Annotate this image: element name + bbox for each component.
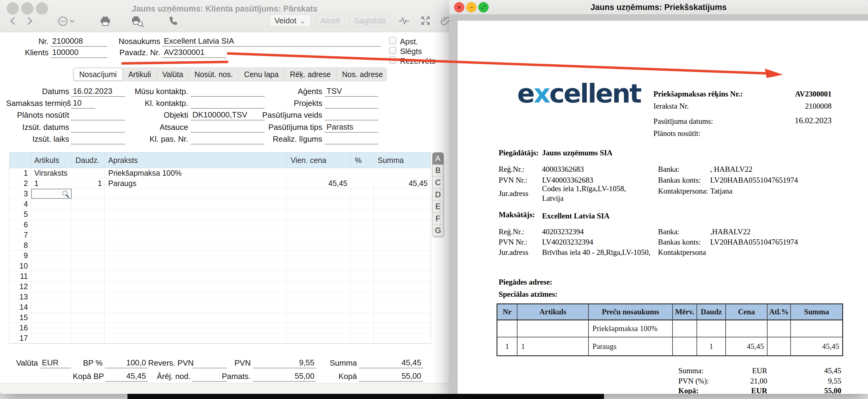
atcelt-button: Atcelt: [316, 14, 345, 27]
kopa-bp-field[interactable]: 45,45: [105, 371, 148, 382]
payer-banka-label: Banka:: [658, 227, 680, 236]
table-row[interactable]: 7: [9, 230, 431, 240]
rekins-nr-label: Priekšapmaksas rēķins Nr.:: [653, 90, 743, 98]
phone-icon[interactable]: [167, 15, 179, 27]
table-row[interactable]: 5: [9, 209, 431, 220]
table-row[interactable]: 15: [9, 312, 431, 323]
tab-cenu-lapa[interactable]: Cenu lapa: [238, 68, 284, 81]
arej-nod-label: Ārēj. nod.: [148, 371, 191, 382]
izsut-laiks-field[interactable]: [71, 134, 125, 145]
payer-konts-value: LV20HABA0551047651974: [710, 238, 798, 246]
pavadz-field[interactable]: AV2300001: [162, 48, 226, 58]
nr-field[interactable]: 2100008: [51, 36, 107, 47]
flip-tab-c[interactable]: C: [432, 176, 443, 188]
datums-field[interactable]: 16.02.2023: [71, 87, 125, 97]
kl-kontaktp-field[interactable]: [191, 98, 265, 109]
nosaukums-field[interactable]: Excellent Latvia SIA: [162, 36, 380, 47]
preview-window: × − Jauns uzņēmums: Priekšskatijums exce…: [449, 0, 868, 394]
document-page: excellent Priekšapmaksas rēķins Nr.: AV2…: [458, 21, 868, 394]
print-preview-icon[interactable]: [131, 16, 145, 27]
flip-tab-b[interactable]: B: [432, 164, 443, 177]
kl-pas-nr-field[interactable]: [191, 134, 265, 145]
supplier-konts-label: Bankas konts:: [658, 176, 701, 184]
table-row[interactable]: 17: [9, 333, 431, 343]
pasutijuma-veids-label: Pasūtījuma veids: [261, 110, 322, 120]
planots-nosutit-field[interactable]: [71, 110, 125, 120]
izsut-datums-field[interactable]: [71, 122, 125, 132]
col-summa[interactable]: Summa: [374, 153, 431, 168]
realiz-ligums-field[interactable]: [325, 134, 378, 145]
tab-artikuli[interactable]: Artikuli: [123, 68, 157, 81]
virsraksts-cell[interactable]: Virsraksts: [31, 168, 105, 178]
bp-pct-field[interactable]: 100,0: [105, 358, 148, 368]
tab-rek-adrese[interactable]: Rēķ. adrese: [284, 68, 336, 81]
col-artikuls[interactable]: Artikuls: [31, 153, 72, 168]
supplier-reg-value: 40003362683: [542, 165, 584, 174]
kopa-field[interactable]: 55,00: [359, 371, 423, 382]
table-row[interactable]: 14: [9, 302, 431, 312]
table-row[interactable]: 13: [9, 292, 431, 302]
tab-nos-adrese[interactable]: Nos. adrese: [336, 68, 389, 81]
valuta-label: Valūta: [9, 358, 38, 368]
table-row[interactable]: 3: [9, 189, 431, 199]
payer-jur-label: Jur.adress: [499, 248, 528, 257]
table-row[interactable]: 1 Virsraksts Priekšapmaksa 100%: [9, 168, 431, 178]
musu-kontaktp-field[interactable]: [191, 87, 265, 97]
table-row[interactable]: 10: [9, 261, 431, 271]
col-apraksts[interactable]: Apraksts: [105, 153, 286, 168]
table-row[interactable]: 6: [9, 220, 431, 230]
rezervets-checkbox[interactable]: [389, 56, 396, 64]
flip-tab-e[interactable]: E: [432, 200, 443, 212]
flip-tab-a[interactable]: A: [432, 153, 443, 164]
supplier-konts-value: LV20HABA0551047651974: [710, 176, 798, 184]
table-row[interactable]: 11: [9, 271, 431, 282]
forward-icon[interactable]: [25, 17, 34, 26]
atsauce-field[interactable]: [191, 122, 265, 132]
samaksas-termins-field[interactable]: 10: [71, 98, 95, 109]
objekti-label: Objekti: [127, 110, 188, 120]
col-vien-cena[interactable]: Vien. cena: [286, 153, 351, 168]
activity-icon[interactable]: [398, 17, 410, 26]
summa-field[interactable]: 45,45: [359, 358, 423, 368]
tab-nosut-nos[interactable]: Nosūt. nos.: [189, 68, 238, 81]
screen: Jauns uzņēmums: Klienta pasūtījums: Pārs…: [0, 0, 868, 399]
table-row[interactable]: 2 1 1 Paraugs 45,45 45,45: [9, 178, 431, 189]
col-daudz[interactable]: Daudz.: [72, 153, 105, 168]
objekti-field[interactable]: DK100000,TSV: [191, 110, 265, 120]
table-row[interactable]: 16: [9, 323, 431, 333]
agents-field[interactable]: TSV: [325, 87, 378, 97]
doc-kopa-value: 55,00: [793, 387, 841, 394]
flip-tab-f[interactable]: F: [432, 212, 443, 224]
pasutijuma-tips-field[interactable]: Parasts: [325, 122, 378, 132]
atcelt-label: Atcelt: [320, 16, 340, 26]
valuta-field[interactable]: EUR: [40, 358, 71, 368]
magnifier-icon: [61, 190, 70, 198]
back-icon[interactable]: [8, 17, 18, 26]
tab-nosacijumi[interactable]: Nosacījumi: [73, 68, 123, 81]
payer-pvn-label: PVN Nr.:: [499, 238, 527, 246]
tab-valuta[interactable]: Valūta: [157, 68, 189, 81]
projekts-field[interactable]: [325, 98, 378, 109]
nr-label: Nr.: [12, 36, 49, 47]
pamats-field[interactable]: 55,00: [252, 371, 316, 382]
veidot-button[interactable]: Veidot ⌄: [270, 14, 311, 27]
table-row[interactable]: 8: [9, 240, 431, 251]
samaksas-termins-label: Samaksas termiņš: [6, 98, 69, 109]
pvn-field[interactable]: 9,55: [252, 358, 316, 368]
col-pct[interactable]: %: [350, 153, 374, 168]
print-icon[interactable]: [99, 16, 111, 27]
apst-checkbox[interactable]: [389, 37, 396, 44]
expand-icon[interactable]: [421, 16, 430, 26]
table-row[interactable]: 12: [9, 282, 431, 292]
izsut-datums-label: Izsūt. datums: [6, 122, 69, 132]
table-row[interactable]: 4: [9, 199, 431, 209]
actions-menu-icon[interactable]: [58, 16, 76, 27]
active-cell[interactable]: [31, 189, 72, 199]
flip-tab-d[interactable]: D: [432, 188, 443, 201]
table-row[interactable]: 9: [9, 251, 431, 261]
pasutijuma-veids-field[interactable]: [325, 110, 378, 120]
flip-tab-g[interactable]: G: [432, 224, 443, 236]
slegts-checkbox[interactable]: [389, 47, 396, 54]
klients-field[interactable]: 100000: [51, 48, 107, 58]
doc-kopa-label: Kopā:: [678, 387, 699, 394]
